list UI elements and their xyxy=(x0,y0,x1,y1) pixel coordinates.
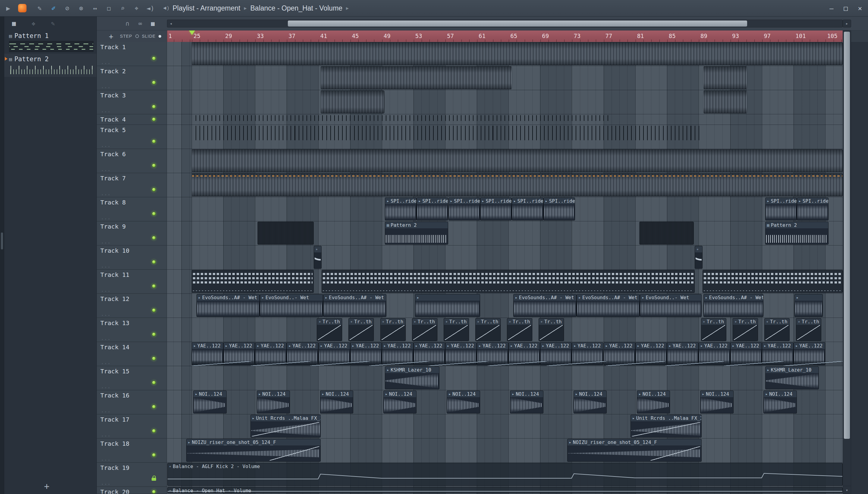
pattern-item[interactable]: ▤Pattern 2 xyxy=(4,54,96,77)
snap-icon[interactable]: ∩ xyxy=(126,20,129,27)
clip[interactable]: ▸EvoSounds..A# - Wet xyxy=(323,294,387,317)
clip[interactable] xyxy=(192,361,843,366)
clip[interactable] xyxy=(196,126,703,140)
track-enable-led[interactable] xyxy=(152,164,156,167)
piano-icon[interactable]: ▦ xyxy=(12,20,16,27)
track-lane[interactable]: ▸YAE..122▸YAE..122▸YAE..122▸YAE..122▸YAE… xyxy=(167,342,843,366)
clip[interactable] xyxy=(192,149,843,172)
playlist-grid[interactable]: ▸SPI..ride▸SPI..ride▸SPI..ride▸SPI..ride… xyxy=(167,42,843,494)
play-icon[interactable]: ▶ xyxy=(3,3,13,14)
breadcrumb-segment[interactable]: Playlist - Arrangement xyxy=(173,4,240,12)
clip[interactable] xyxy=(704,91,747,113)
clip[interactable]: ▸NOI..124 xyxy=(383,391,416,414)
track-header[interactable]: Track 7... xyxy=(97,173,167,197)
clip[interactable]: ▸EvoSounds..A# - Wet xyxy=(576,294,640,317)
clip[interactable]: ▤Pattern 2 xyxy=(765,222,829,245)
clip[interactable]: ▸ xyxy=(794,294,823,317)
track-lane[interactable]: ▸NOIZU_riser_one_shot_05_124_F▸NOIZU_ris… xyxy=(167,438,843,463)
clip[interactable]: ▸NOI..124 xyxy=(574,391,607,414)
track-enable-led[interactable] xyxy=(152,236,156,240)
track-header[interactable]: Track 16... xyxy=(97,390,167,414)
clip[interactable] xyxy=(192,42,843,65)
track-enable-led[interactable] xyxy=(152,188,156,191)
tools-icon[interactable]: ✎ xyxy=(51,20,55,27)
slide-link-icon[interactable]: ∞ xyxy=(138,20,142,27)
track-enable-led[interactable] xyxy=(152,56,156,60)
clip[interactable]: ▸EvoSound..- Wet xyxy=(640,294,702,317)
track-lane[interactable] xyxy=(167,90,843,114)
zoom-tool-icon[interactable]: ⌕ xyxy=(118,3,128,14)
track-lane[interactable] xyxy=(167,125,843,149)
clip[interactable]: ∘Tr..th xyxy=(796,318,821,341)
track-header[interactable]: Track 4 xyxy=(97,114,167,125)
clip[interactable] xyxy=(321,270,695,293)
track-enable-led[interactable] xyxy=(152,308,156,312)
clip[interactable]: ∘ xyxy=(695,246,703,269)
clip[interactable]: ∘Tr..th xyxy=(764,318,790,341)
clip[interactable]: ∘Tr..th xyxy=(507,318,532,341)
track-lane[interactable] xyxy=(167,173,843,197)
track-enable-led[interactable] xyxy=(152,260,156,264)
delete-tool-icon[interactable]: ⊘ xyxy=(62,3,72,14)
clip[interactable]: ∘Tr..th xyxy=(733,318,758,341)
horizontal-scroll-thumb[interactable] xyxy=(288,20,747,26)
scroll-right-button[interactable]: ▸ xyxy=(843,20,851,27)
track-header[interactable]: Track 2... xyxy=(97,66,167,90)
track-lane[interactable] xyxy=(167,270,843,294)
clip[interactable]: ▸Unit Rcrds ..Malaa FX_3 xyxy=(251,415,321,438)
track-header[interactable]: Track 5... xyxy=(97,125,167,149)
track-lane[interactable]: ▸NOI..124▸NOI..124▸NOI..124▸NOI..124▸NOI… xyxy=(167,390,843,414)
clip[interactable]: ∘Balance - Open_Hat - Volume xyxy=(167,487,843,493)
audition-tool-icon[interactable]: ◄) xyxy=(145,3,156,14)
track-enable-led[interactable] xyxy=(152,332,156,336)
clip[interactable] xyxy=(192,270,314,293)
clip[interactable]: ∘Balance - AGLF Kick 2 - Volume xyxy=(167,463,843,486)
clip[interactable] xyxy=(257,222,314,245)
clip[interactable] xyxy=(639,222,694,245)
horizontal-scrollbar[interactable]: ◂ xyxy=(167,20,843,27)
mute-tool-icon[interactable]: ⊗ xyxy=(76,3,86,14)
track-header[interactable]: Track 8... xyxy=(97,197,167,221)
clip[interactable]: ▸SPI..ride xyxy=(765,197,797,221)
track-header[interactable]: Track 20 xyxy=(97,487,167,494)
clip[interactable]: ▸NOI..124 xyxy=(320,391,353,414)
track-lock-icon[interactable] xyxy=(152,478,156,481)
clip[interactable]: ▸SPI..ride xyxy=(416,197,448,221)
scroll-left-icon[interactable]: ◂ xyxy=(167,21,175,26)
track-header[interactable]: Track 18... xyxy=(97,438,167,463)
clip[interactable] xyxy=(703,270,843,293)
track-enable-led[interactable] xyxy=(152,357,156,360)
track-enable-led[interactable] xyxy=(152,139,156,143)
playback-tool-icon[interactable]: ⌖ xyxy=(132,3,142,14)
clip[interactable]: ∘Tr..th xyxy=(317,318,342,341)
scroll-down-button[interactable]: ▾ xyxy=(843,486,851,494)
select-tool-icon[interactable]: ◻ xyxy=(104,3,114,14)
track-header[interactable]: Track 10... xyxy=(97,246,167,270)
paint-tool-icon[interactable]: ✐ xyxy=(48,3,58,14)
vertical-scrollbar[interactable]: ▾ xyxy=(843,31,851,494)
clip[interactable]: ▸EvoSound..- Wet xyxy=(260,294,323,317)
clip[interactable]: ▸Unit Rcrds ..Malaa FX_3 xyxy=(631,415,702,438)
clip[interactable]: ▸SPI..ride xyxy=(385,197,416,221)
clip[interactable]: ▸ xyxy=(415,294,480,317)
clip[interactable] xyxy=(321,91,384,113)
track-header[interactable]: Track 17... xyxy=(97,414,167,438)
playhead-marker[interactable] xyxy=(189,31,195,35)
clip[interactable]: ∘Tr..th xyxy=(538,318,564,341)
pattern-item[interactable]: ▤Pattern 1 xyxy=(4,31,96,54)
track-header[interactable]: Track 13... xyxy=(97,318,167,342)
close-button[interactable]: ✕ xyxy=(858,4,862,12)
track-lane[interactable]: ∘Balance - AGLF Kick 2 - Volume xyxy=(167,463,843,487)
track-enable-led[interactable] xyxy=(152,453,156,457)
clip[interactable]: ▸EvoSounds..A# - Wet xyxy=(197,294,260,317)
clip[interactable]: ▸SPI..ride xyxy=(544,197,575,221)
clip[interactable]: ∘Tr..th xyxy=(349,318,374,341)
clip[interactable]: ▸SPI..ride xyxy=(797,197,829,221)
clip[interactable]: ▸KSHMR_Lazer_10 xyxy=(765,366,819,390)
clip[interactable] xyxy=(321,66,511,89)
track-lane[interactable]: ▤Pattern 2▤Pattern 2 xyxy=(167,221,843,246)
track-enable-led[interactable] xyxy=(152,284,156,288)
draw-tool-icon[interactable]: ✎ xyxy=(34,3,45,14)
track-lane[interactable]: ▸EvoSounds..A# - Wet▸EvoSound..- Wet▸Evo… xyxy=(167,294,843,318)
track-lane[interactable]: ∘Balance - Open_Hat - Volume xyxy=(167,487,843,494)
